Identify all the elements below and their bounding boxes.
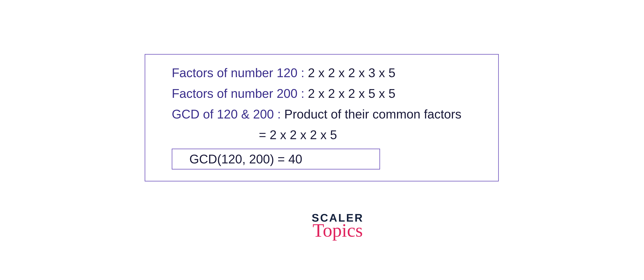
- factors-200-line: Factors of number 200 : 2 x 2 x 2 x 5 x …: [172, 83, 487, 104]
- scaler-topics-logo: SCALER Topics: [312, 212, 364, 239]
- factors-200-value: 2 x 2 x 2 x 5 x 5: [308, 86, 396, 101]
- factors-120-value: 2 x 2 x 2 x 3 x 5: [308, 66, 396, 80]
- factors-120-line: Factors of number 120 : 2 x 2 x 2 x 3 x …: [172, 63, 487, 83]
- gcd-result-box: GCD(120, 200) = 40: [172, 149, 380, 169]
- factors-120-label: Factors of number 120 :: [172, 66, 308, 80]
- gcd-description: Product of their common factors: [284, 107, 461, 121]
- gcd-description-line: GCD of 120 & 200 : Product of their comm…: [172, 104, 487, 125]
- gcd-explanation-box: Factors of number 120 : 2 x 2 x 2 x 3 x …: [145, 54, 499, 181]
- gcd-calculation: = 2 x 2 x 2 x 5: [259, 128, 337, 142]
- gcd-label: GCD of 120 & 200 :: [172, 107, 284, 121]
- factors-200-label: Factors of number 200 :: [172, 86, 308, 101]
- gcd-calculation-line: = 2 x 2 x 2 x 5: [172, 125, 487, 145]
- logo-topics-text: Topics: [312, 222, 364, 239]
- gcd-result: GCD(120, 200) = 40: [189, 152, 302, 166]
